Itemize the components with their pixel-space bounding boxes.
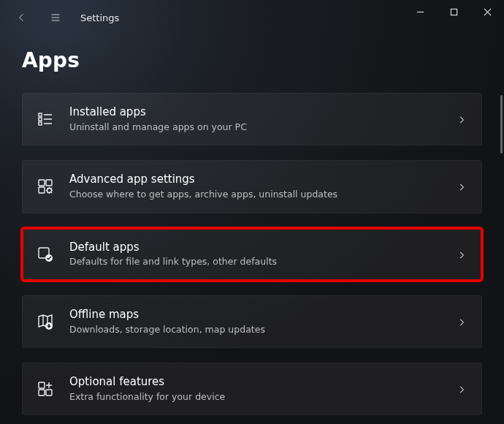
svg-rect-4 (39, 180, 45, 186)
svg-rect-2 (39, 118, 42, 121)
item-title: Optional features (69, 375, 443, 389)
page-heading: Apps (0, 35, 504, 93)
back-button[interactable] (13, 9, 31, 26)
item-default-apps[interactable]: Default apps Defaults for file and link … (22, 228, 482, 281)
scrollbar-thumb[interactable] (500, 95, 503, 154)
chevron-right-icon (457, 114, 467, 124)
svg-rect-13 (46, 390, 52, 395)
close-button[interactable] (470, 0, 504, 23)
item-title: Default apps (69, 241, 443, 254)
maximize-button[interactable] (437, 0, 470, 23)
item-title: Advanced app settings (69, 173, 443, 186)
item-optional-features[interactable]: Optional features Extra functionality fo… (22, 363, 482, 415)
item-advanced-app-settings[interactable]: Advanced app settings Choose where to ge… (22, 160, 482, 213)
window-controls (403, 0, 504, 23)
item-subtitle: Defaults for file and link types, other … (69, 255, 443, 268)
map-download-icon (36, 312, 55, 331)
svg-rect-5 (46, 180, 52, 186)
item-subtitle: Choose where to get apps, archive apps, … (69, 188, 443, 201)
minimize-button[interactable] (403, 0, 437, 23)
svg-rect-1 (39, 113, 42, 116)
chevron-right-icon (457, 384, 467, 394)
item-title: Installed apps (69, 105, 443, 119)
apps-gear-icon (36, 177, 55, 196)
item-subtitle: Extra functionality for your device (69, 390, 443, 404)
item-subtitle: Uninstall and manage apps on your PC (69, 121, 443, 134)
item-offline-maps[interactable]: Offline maps Downloads, storage location… (22, 295, 482, 348)
svg-rect-11 (39, 382, 45, 388)
hamburger-menu-icon[interactable] (47, 9, 64, 26)
window-title: Settings (80, 12, 119, 23)
apps-plus-icon (36, 379, 55, 398)
item-subtitle: Downloads, storage location, map updates (69, 323, 443, 336)
svg-rect-12 (39, 390, 45, 395)
settings-list: Installed apps Uninstall and manage apps… (0, 93, 504, 415)
app-check-icon (36, 245, 55, 264)
item-title: Offline maps (69, 308, 443, 322)
item-installed-apps[interactable]: Installed apps Uninstall and manage apps… (22, 93, 482, 145)
chevron-right-icon (457, 249, 467, 260)
chevron-right-icon (457, 317, 467, 327)
list-grid-icon (36, 110, 55, 129)
svg-rect-3 (39, 122, 42, 125)
chevron-right-icon (457, 181, 467, 192)
svg-rect-0 (451, 9, 457, 15)
svg-rect-6 (39, 187, 45, 193)
